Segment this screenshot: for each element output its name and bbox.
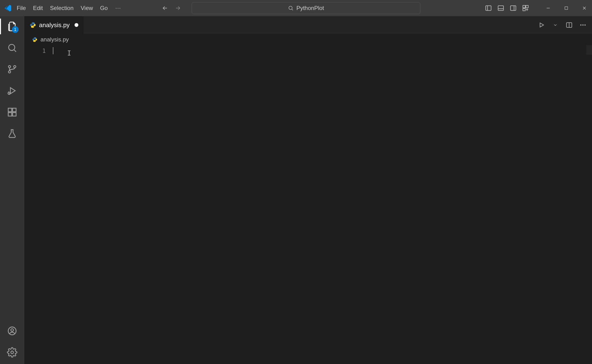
menu-view[interactable]: View: [80, 3, 94, 13]
svg-rect-7: [523, 6, 525, 8]
activity-testing[interactable]: [5, 127, 19, 140]
command-center-search[interactable]: PythonPlot: [192, 2, 420, 14]
breadcrumb[interactable]: analysis.py: [24, 34, 592, 45]
activity-bar: 1: [0, 16, 24, 364]
toggle-primary-sidebar-button[interactable]: [484, 4, 493, 13]
split-editor-button[interactable]: [564, 20, 574, 30]
svg-point-17: [13, 65, 16, 68]
menu-edit[interactable]: Edit: [32, 3, 44, 13]
menu-overflow[interactable]: ···: [114, 4, 122, 13]
gutter-line-number: 1: [24, 47, 46, 55]
search-text: PythonPlot: [296, 5, 324, 11]
explorer-badge: 1: [12, 26, 19, 33]
window-minimize-button[interactable]: [543, 3, 553, 13]
editor-actions: [537, 16, 592, 34]
svg-rect-11: [565, 7, 568, 10]
run-button[interactable]: [537, 20, 546, 30]
svg-point-16: [8, 71, 11, 73]
editor-area: analysis.py a: [24, 16, 592, 364]
debug-icon: [7, 85, 17, 96]
extensions-icon: [7, 107, 17, 117]
customize-layout-button[interactable]: [521, 4, 530, 13]
gear-icon: [7, 347, 17, 358]
tabs-row: analysis.py: [24, 16, 592, 34]
titlebar-nav: [161, 4, 182, 12]
main-menu: File Edit Selection View Go ···: [16, 3, 123, 13]
minimap[interactable]: [586, 45, 592, 364]
account-icon: [7, 326, 17, 336]
minimap-slider[interactable]: [586, 45, 592, 55]
svg-rect-19: [8, 108, 12, 112]
activity-settings[interactable]: [5, 345, 19, 359]
search-icon: [288, 5, 294, 11]
svg-point-30: [584, 25, 585, 26]
activity-run-debug[interactable]: [5, 84, 19, 98]
i-beam-mouse-cursor-icon: I: [67, 49, 71, 58]
svg-rect-3: [498, 6, 504, 11]
breadcrumb-text: analysis.py: [40, 36, 69, 43]
editor-overflow-button[interactable]: [578, 20, 588, 30]
svg-rect-8: [526, 6, 528, 8]
search-icon: [7, 43, 17, 53]
svg-rect-5: [511, 6, 516, 11]
svg-rect-22: [13, 108, 16, 112]
toggle-panel-button[interactable]: [496, 4, 505, 13]
python-file-icon: [30, 22, 36, 28]
code-line: I: [53, 47, 586, 55]
svg-point-15: [8, 65, 11, 68]
svg-point-14: [9, 44, 15, 51]
svg-rect-9: [523, 8, 525, 11]
window-close-button[interactable]: [579, 3, 590, 13]
text-cursor: [53, 47, 53, 54]
main-area: 1 analysi: [0, 16, 592, 364]
activity-search[interactable]: [5, 41, 19, 55]
svg-point-29: [582, 25, 584, 26]
code-editor[interactable]: I: [53, 45, 586, 364]
activity-source-control[interactable]: [5, 62, 19, 76]
activity-accounts[interactable]: [5, 324, 19, 338]
activity-explorer[interactable]: 1: [5, 20, 19, 33]
chevron-down-icon: [553, 23, 558, 27]
play-icon: [538, 21, 545, 29]
svg-rect-1: [486, 6, 491, 11]
svg-rect-21: [13, 113, 16, 116]
titlebar: File Edit Selection View Go ··· PythonPl…: [0, 0, 592, 16]
activity-extensions[interactable]: [5, 105, 19, 119]
layout-controls: [484, 4, 530, 13]
svg-point-24: [11, 329, 13, 332]
menu-file[interactable]: File: [16, 3, 27, 13]
tab-label: analysis.py: [39, 21, 70, 29]
tab-dirty-indicator: [75, 23, 78, 27]
window-maximize-button[interactable]: [561, 3, 572, 13]
svg-point-0: [289, 6, 292, 10]
vscode-app-icon: [3, 4, 12, 13]
split-editor-icon: [566, 21, 573, 29]
nav-forward-button[interactable]: [174, 4, 182, 12]
toggle-secondary-sidebar-button[interactable]: [509, 4, 518, 13]
branch-icon: [7, 64, 17, 75]
svg-point-28: [580, 25, 581, 26]
code-area: 1 I: [24, 45, 592, 364]
run-dropdown-button[interactable]: [551, 20, 560, 30]
gutter: 1: [24, 45, 53, 364]
beaker-icon: [7, 128, 17, 139]
nav-back-button[interactable]: [161, 4, 169, 12]
window-controls: [543, 3, 590, 13]
python-file-icon: [32, 37, 38, 42]
menu-go[interactable]: Go: [99, 3, 109, 13]
ellipsis-icon: [579, 21, 586, 29]
svg-rect-20: [8, 113, 12, 116]
svg-point-25: [11, 351, 13, 354]
tab-analysis-py[interactable]: analysis.py: [24, 16, 84, 34]
menu-selection[interactable]: Selection: [49, 3, 75, 13]
